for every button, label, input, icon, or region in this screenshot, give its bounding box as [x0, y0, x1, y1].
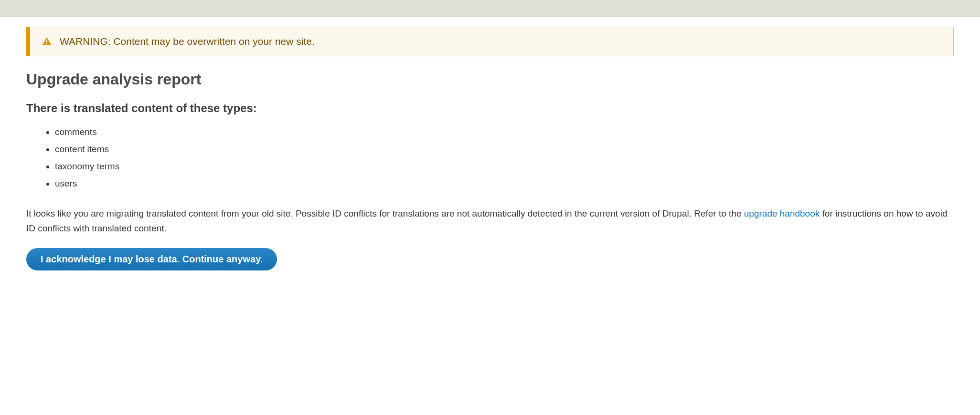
top-bar — [0, 0, 980, 17]
description-paragraph: It looks like you are migrating translat… — [26, 207, 954, 236]
translated-content-subheading: There is translated content of these typ… — [26, 102, 954, 115]
list-item: users — [55, 175, 954, 192]
warning-message: WARNING: Content may be overwritten on y… — [26, 27, 954, 56]
description-text-1: It looks like you are migrating translat… — [26, 208, 744, 218]
page-title: Upgrade analysis report — [26, 71, 954, 88]
warning-icon — [42, 36, 52, 47]
warning-text: WARNING: Content may be overwritten on y… — [60, 36, 315, 47]
list-item: comments — [55, 124, 954, 141]
list-item: taxonomy terms — [55, 158, 954, 175]
svg-rect-1 — [46, 43, 47, 44]
continue-anyway-button[interactable]: I acknowledge I may lose data. Continue … — [26, 248, 277, 270]
content-type-list: comments content items taxonomy terms us… — [55, 124, 954, 192]
svg-rect-0 — [46, 40, 47, 42]
upgrade-handbook-link[interactable]: upgrade handbook — [744, 208, 820, 218]
content-wrapper: WARNING: Content may be overwritten on y… — [0, 17, 980, 280]
list-item: content items — [55, 141, 954, 158]
